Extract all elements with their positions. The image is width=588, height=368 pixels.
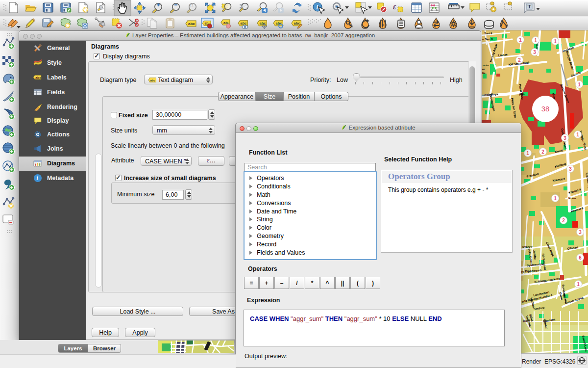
svg-text:3: 3 xyxy=(533,50,536,55)
svg-text:noto: noto xyxy=(483,64,489,67)
svg-text:3: 3 xyxy=(569,166,572,172)
svg-text:1: 1 xyxy=(554,196,557,201)
svg-text:38: 38 xyxy=(541,105,550,113)
svg-text:n Sari 8: n Sari 8 xyxy=(482,38,493,41)
svg-text:3: 3 xyxy=(579,230,582,235)
svg-text:i: i xyxy=(317,3,318,11)
svg-text:1:1: 1:1 xyxy=(189,3,194,7)
svg-text:T: T xyxy=(528,4,531,9)
svg-text:abc: abc xyxy=(150,79,156,82)
svg-text:ε: ε xyxy=(393,2,396,11)
svg-text:2: 2 xyxy=(541,149,544,155)
svg-text:Kram: Kram xyxy=(568,197,576,200)
svg-text:2: 2 xyxy=(562,218,565,223)
svg-text:1: 1 xyxy=(576,132,579,137)
svg-text:2: 2 xyxy=(518,57,521,63)
svg-text:1: 1 xyxy=(526,151,529,156)
svg-text:Syahrir: Syahrir xyxy=(522,245,533,248)
svg-text:1: 1 xyxy=(554,39,557,44)
svg-text:er: er xyxy=(482,68,485,71)
svg-text:Sari 9: Sari 9 xyxy=(484,32,492,35)
svg-text:1: 1 xyxy=(577,282,580,287)
svg-text:lis: lis xyxy=(482,72,486,75)
svg-text:abc: abc xyxy=(35,76,41,79)
svg-text:3: 3 xyxy=(564,135,566,141)
svg-text:6: 6 xyxy=(579,255,582,261)
svg-text:1: 1 xyxy=(578,82,581,87)
svg-text:1: 1 xyxy=(534,38,537,43)
svg-text:1: 1 xyxy=(519,37,522,43)
